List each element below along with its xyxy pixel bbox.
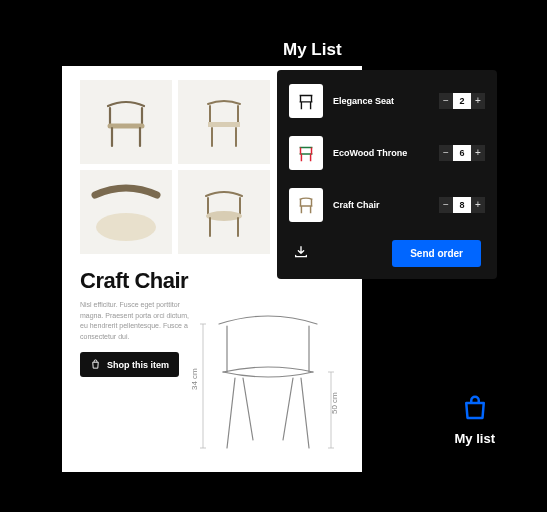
- decrement-button[interactable]: −: [439, 93, 453, 109]
- increment-button[interactable]: +: [471, 197, 485, 213]
- decrement-button[interactable]: −: [439, 145, 453, 161]
- quantity-stepper: − 6 +: [439, 145, 485, 161]
- list-item: Elegance Seat − 2 +: [289, 84, 485, 118]
- item-thumbnail[interactable]: [289, 188, 323, 222]
- gallery-tile[interactable]: [80, 80, 172, 164]
- item-name: Elegance Seat: [333, 96, 429, 106]
- gallery-tile[interactable]: [80, 170, 172, 254]
- chair-icon: [295, 142, 317, 164]
- quantity-stepper: − 2 +: [439, 93, 485, 109]
- chair-icon: [295, 90, 317, 112]
- my-list-title: My List: [283, 40, 497, 60]
- quantity-value: 6: [453, 145, 471, 161]
- shop-button[interactable]: Shop this item: [80, 352, 179, 377]
- svg-point-2: [206, 211, 242, 221]
- my-list-body: Elegance Seat − 2 + EcoWood Throne − 6: [277, 70, 497, 279]
- decrement-button[interactable]: −: [439, 197, 453, 213]
- my-list-panel: My List Elegance Seat − 2 +: [277, 40, 497, 279]
- bag-icon: [460, 393, 490, 423]
- gallery-tile[interactable]: [178, 170, 270, 254]
- my-list-launcher-label: My list: [455, 431, 495, 446]
- my-list-launcher[interactable]: My list: [455, 393, 495, 446]
- bag-icon: [90, 359, 101, 370]
- increment-button[interactable]: +: [471, 145, 485, 161]
- dimension-depth: 50 cm: [330, 392, 339, 414]
- dimension-height: 34 cm: [190, 368, 199, 390]
- send-order-button[interactable]: Send order: [392, 240, 481, 267]
- quantity-stepper: − 8 +: [439, 197, 485, 213]
- svg-point-1: [96, 213, 156, 241]
- shop-button-label: Shop this item: [107, 360, 169, 370]
- chair-icon: [194, 182, 254, 242]
- item-name: EcoWood Throne: [333, 148, 429, 158]
- chair-icon: [96, 92, 156, 152]
- quantity-value: 2: [453, 93, 471, 109]
- chair-icon: [194, 92, 254, 152]
- increment-button[interactable]: +: [471, 93, 485, 109]
- item-thumbnail[interactable]: [289, 84, 323, 118]
- list-item: EcoWood Throne − 6 +: [289, 136, 485, 170]
- product-gallery: [80, 80, 270, 254]
- my-list-footer: Send order: [289, 240, 485, 267]
- item-thumbnail[interactable]: [289, 136, 323, 170]
- chair-icon: [295, 194, 317, 216]
- svg-rect-0: [208, 122, 240, 127]
- dimension-diagram: 34 cm 50 cm: [183, 290, 348, 460]
- product-description: Nisl efficitur. Fusce eget porttitor mag…: [80, 300, 190, 342]
- list-item: Craft Chair − 8 +: [289, 188, 485, 222]
- chair-detail-icon: [91, 177, 161, 247]
- gallery-tile[interactable]: [178, 80, 270, 164]
- item-name: Craft Chair: [333, 200, 429, 210]
- quantity-value: 8: [453, 197, 471, 213]
- download-icon[interactable]: [293, 244, 309, 264]
